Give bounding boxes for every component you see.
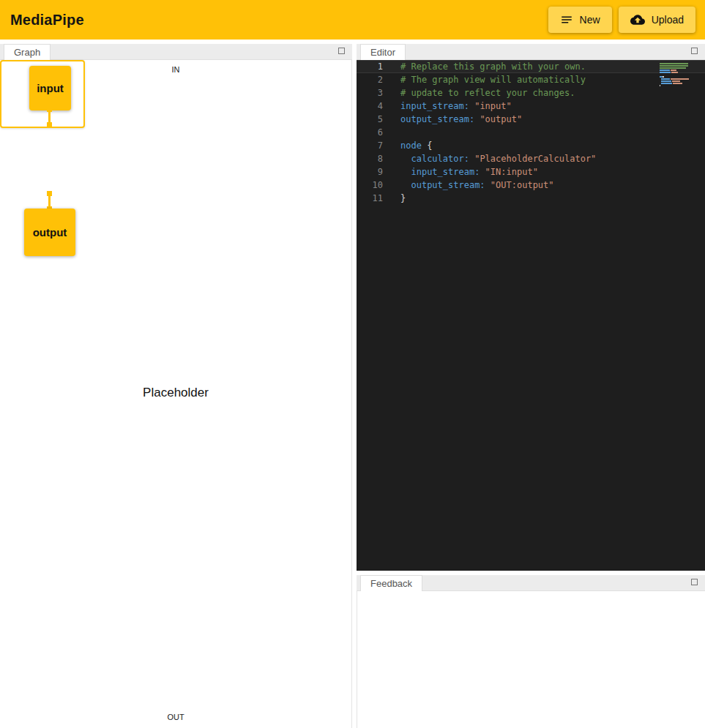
code-line: 4input_stream: "input" — [357, 100, 705, 113]
editor-panel-tabstrip: Editor — [357, 44, 705, 60]
code-line: 11} — [357, 192, 705, 205]
tab-graph[interactable]: Graph — [4, 44, 51, 60]
code-line: 5output_stream: "output" — [357, 113, 705, 126]
header-actions: New Upload — [548, 7, 695, 33]
graph-canvas[interactable]: input IN Placeholder OUT output — [0, 60, 352, 728]
new-graph-icon — [560, 13, 573, 26]
placeholder-in-port-label: IN — [0, 65, 351, 74]
tab-editor[interactable]: Editor — [360, 44, 406, 60]
cloud-upload-icon — [630, 12, 645, 27]
upload-button-label: Upload — [652, 14, 684, 26]
new-button-label: New — [580, 14, 600, 26]
code-line: 10 output_stream: "OUT:output" — [357, 179, 705, 192]
graph-node-placeholder-label: Placeholder — [0, 386, 351, 400]
code-line: 8 calculator: "PlaceholderCalculator" — [357, 152, 705, 165]
feedback-maximize-icon[interactable] — [691, 579, 698, 585]
input-port-square — [47, 122, 52, 127]
code-editor[interactable]: 1# Replace this graph with your own.2# T… — [357, 60, 705, 571]
graph-node-output-label: output — [33, 226, 67, 239]
placeholder-out-port-label: OUT — [0, 713, 351, 721]
code-line: 2# The graph view will automatically — [357, 73, 705, 86]
code-line: 3# update to reflect your changes. — [357, 86, 705, 100]
editor-lines: 1# Replace this graph with your own.2# T… — [357, 60, 705, 205]
graph-node-output[interactable]: output — [24, 209, 75, 256]
editor-maximize-icon[interactable] — [691, 48, 698, 54]
graph-panel-tabstrip: Graph — [0, 44, 352, 60]
code-line: 7node { — [357, 139, 705, 152]
editor-minimap[interactable] — [660, 63, 695, 87]
graph-panel: Graph input IN Placeholder OUT output — [0, 44, 352, 728]
graph-maximize-icon[interactable] — [338, 48, 345, 54]
feedback-panel: Feedback — [357, 575, 705, 728]
code-line: 9 input_stream: "IN:input" — [357, 165, 705, 179]
tab-feedback[interactable]: Feedback — [360, 575, 422, 591]
editor-panel: Editor 1# Replace this graph with your o… — [357, 44, 705, 571]
upload-button[interactable]: Upload — [619, 7, 695, 33]
code-line: 6 — [357, 126, 705, 139]
app-title: MediaPipe — [10, 12, 84, 29]
new-button[interactable]: New — [548, 7, 612, 33]
app-header: MediaPipe New Upload — [0, 0, 705, 40]
code-line: 1# Replace this graph with your own. — [357, 60, 705, 73]
feedback-content — [357, 591, 705, 728]
feedback-panel-tabstrip: Feedback — [357, 575, 705, 591]
graph-node-input-label: input — [37, 82, 64, 94]
